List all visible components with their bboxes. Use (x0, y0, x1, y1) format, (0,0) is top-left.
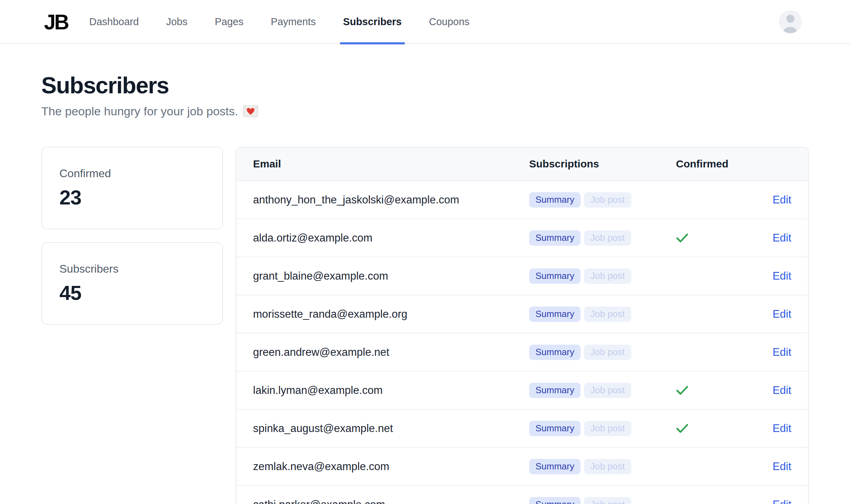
subscribers-table: Email Subscriptions Confirmed anthony_ho… (236, 147, 809, 504)
subscriber-email: green.andrew@example.net (236, 346, 512, 359)
summary-badge: Summary (529, 383, 581, 398)
nav-item-dashboard[interactable]: Dashboard (89, 0, 139, 44)
subscriptions-cell: SummaryJob post (512, 459, 659, 474)
actions-cell: Edit (750, 498, 808, 504)
confirmed-stat-card: Confirmed 23 (41, 147, 223, 229)
edit-link[interactable]: Edit (773, 422, 791, 434)
nav-item-coupons[interactable]: Coupons (429, 0, 469, 44)
edit-link[interactable]: Edit (773, 308, 791, 320)
actions-cell: Edit (750, 384, 808, 397)
stat-value: 45 (59, 281, 205, 304)
nav-item-payments[interactable]: Payments (271, 0, 316, 44)
subscriptions-cell: SummaryJob post (512, 192, 659, 208)
subscriptions-cell: SummaryJob post (512, 268, 659, 284)
table-row: anthony_hon_the_jaskolski@example.com Su… (236, 181, 808, 219)
table-row: alda.ortiz@example.com SummaryJob post E… (236, 219, 808, 257)
column-header-confirmed: Confirmed (659, 158, 750, 170)
page-subtitle: The people hungry for your job posts. (41, 103, 809, 119)
nav-item-subscribers[interactable]: Subscribers (343, 0, 402, 44)
app-logo[interactable]: JB (44, 9, 68, 34)
subscriber-email: cathi.parker@example.com (236, 498, 512, 504)
stat-label: Subscribers (59, 262, 205, 275)
page-title: Subscribers (41, 72, 809, 99)
table-row: green.andrew@example.net SummaryJob post… (236, 333, 808, 372)
job-post-badge: Job post (584, 230, 631, 246)
actions-cell: Edit (750, 270, 808, 282)
subscriptions-cell: SummaryJob post (512, 307, 659, 322)
summary-badge: Summary (529, 345, 581, 360)
summary-badge: Summary (529, 268, 581, 284)
confirmed-cell (659, 233, 750, 243)
summary-badge: Summary (529, 421, 581, 436)
summary-badge: Summary (529, 192, 581, 208)
job-post-badge: Job post (584, 307, 631, 322)
subscriptions-cell: SummaryJob post (512, 421, 659, 436)
actions-cell: Edit (750, 346, 808, 359)
subscriptions-cell: SummaryJob post (512, 230, 659, 246)
subscriptions-cell: SummaryJob post (512, 497, 659, 504)
table-row: morissette_randa@example.org SummaryJob … (236, 295, 808, 333)
summary-badge: Summary (529, 459, 581, 474)
avatar-shoulders-icon (782, 27, 798, 33)
job-post-badge: Job post (584, 459, 631, 474)
nav-item-jobs[interactable]: Jobs (166, 0, 187, 44)
summary-badge: Summary (529, 307, 581, 322)
confirmed-check-icon (676, 386, 689, 395)
confirmed-check-icon (676, 233, 689, 243)
job-post-badge: Job post (584, 192, 631, 208)
table-row: spinka_august@example.net SummaryJob pos… (236, 410, 808, 448)
actions-cell: Edit (750, 194, 808, 206)
content-row: Confirmed 23 Subscribers 45 Email Subscr… (41, 147, 809, 504)
edit-link[interactable]: Edit (773, 384, 791, 396)
table-header: Email Subscriptions Confirmed (236, 147, 808, 181)
subscribers-page: Subscribers The people hungry for your j… (0, 72, 850, 504)
confirmed-check-icon (676, 424, 689, 433)
avatar-head-icon (786, 15, 794, 23)
job-post-badge: Job post (584, 345, 631, 360)
actions-cell: Edit (750, 460, 808, 473)
user-avatar[interactable] (779, 10, 802, 33)
actions-cell: Edit (750, 422, 808, 435)
table-body: anthony_hon_the_jaskolski@example.com Su… (236, 181, 808, 504)
actions-cell: Edit (750, 232, 808, 244)
edit-link[interactable]: Edit (773, 232, 791, 244)
job-post-badge: Job post (584, 421, 631, 436)
edit-link[interactable]: Edit (773, 460, 791, 473)
job-post-badge: Job post (584, 268, 631, 284)
love-letter-emoji (243, 103, 258, 119)
subscriber-email: alda.ortiz@example.com (236, 232, 512, 244)
job-post-badge: Job post (584, 383, 631, 398)
subscriber-email: anthony_hon_the_jaskolski@example.com (236, 194, 512, 206)
summary-badge: Summary (529, 497, 581, 504)
stat-cards: Confirmed 23 Subscribers 45 (41, 147, 223, 325)
summary-badge: Summary (529, 230, 581, 246)
main-nav: DashboardJobsPagesPaymentsSubscribersCou… (89, 0, 469, 44)
stat-label: Confirmed (59, 167, 205, 180)
stat-value: 23 (59, 186, 205, 209)
edit-link[interactable]: Edit (773, 270, 791, 282)
subscriber-email: zemlak.neva@example.com (236, 460, 512, 473)
subscriptions-cell: SummaryJob post (512, 345, 659, 360)
job-post-badge: Job post (584, 497, 631, 504)
nav-item-pages[interactable]: Pages (215, 0, 243, 44)
page-subtitle-text: The people hungry for your job posts. (41, 105, 238, 118)
confirmed-cell (659, 424, 750, 433)
column-header-subscriptions: Subscriptions (512, 158, 659, 170)
column-header-email: Email (236, 158, 512, 170)
confirmed-cell (659, 386, 750, 395)
subscribers-stat-card: Subscribers 45 (41, 242, 223, 325)
subscriptions-cell: SummaryJob post (512, 383, 659, 398)
edit-link[interactable]: Edit (773, 194, 791, 206)
table-row: lakin.lyman@example.com SummaryJob post … (236, 372, 808, 410)
table-row: zemlak.neva@example.com SummaryJob post … (236, 448, 808, 486)
subscriber-email: lakin.lyman@example.com (236, 384, 512, 397)
actions-cell: Edit (750, 308, 808, 321)
table-row: grant_blaine@example.com SummaryJob post… (236, 257, 808, 295)
subscriber-email: grant_blaine@example.com (236, 270, 512, 282)
subscriber-email: morissette_randa@example.org (236, 308, 512, 321)
edit-link[interactable]: Edit (773, 498, 791, 504)
edit-link[interactable]: Edit (773, 346, 791, 358)
subscriber-email: spinka_august@example.net (236, 422, 512, 435)
table-row: cathi.parker@example.com SummaryJob post… (236, 486, 808, 504)
top-nav: JB DashboardJobsPagesPaymentsSubscribers… (0, 0, 850, 44)
